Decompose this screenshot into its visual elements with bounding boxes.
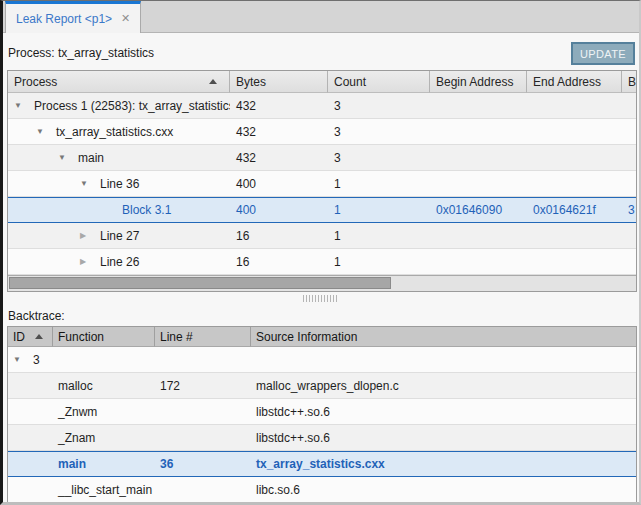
tree-label: Line 26 bbox=[100, 255, 139, 269]
table-row[interactable]: Process 1 (22583): tx_array_statistics 4… bbox=[8, 93, 636, 119]
expand-triangle-icon[interactable] bbox=[58, 153, 78, 162]
expand-triangle-icon[interactable] bbox=[36, 127, 56, 136]
expand-triangle-icon[interactable] bbox=[80, 179, 100, 188]
column-label: Begin Address bbox=[436, 75, 513, 89]
backtrace-row[interactable]: _Znam libstdc++.so.6 bbox=[8, 425, 636, 451]
extra-value: 3 bbox=[622, 198, 636, 222]
process-caption: Process: bbox=[8, 46, 55, 60]
column-label: Function bbox=[58, 330, 104, 344]
source-value: libstdc++.so.6 bbox=[251, 425, 636, 450]
tree-label: tx_array_statistics.cxx bbox=[56, 125, 173, 139]
column-header-line[interactable]: Line # bbox=[155, 327, 251, 347]
leak-table-header: Process Bytes Count Begin Address End Ad… bbox=[8, 71, 636, 93]
count-value: 1 bbox=[328, 249, 430, 274]
column-header-clipped[interactable]: B bbox=[622, 71, 636, 93]
sort-ascending-icon bbox=[35, 334, 43, 339]
extra-value bbox=[622, 93, 636, 118]
begin-address-value: 0x01646090 bbox=[430, 198, 527, 222]
count-value: 1 bbox=[328, 223, 430, 248]
table-row-selected[interactable]: Block 3.1 400 1 0x01646090 0x0164621f 3 bbox=[8, 197, 636, 223]
tree-label: Process 1 (22583): tx_array_statistics bbox=[34, 99, 230, 113]
splitter-grip-icon bbox=[303, 295, 339, 302]
tree-label: Block 3.1 bbox=[122, 203, 171, 217]
table-row[interactable]: main 432 3 bbox=[8, 145, 636, 171]
column-header-id[interactable]: ID bbox=[8, 327, 53, 347]
table-row[interactable]: Line 26 16 1 bbox=[8, 249, 636, 275]
backtrace-row-selected[interactable]: main 36 tx_array_statistics.cxx bbox=[8, 451, 636, 477]
line-value bbox=[155, 399, 251, 424]
bytes-value: 432 bbox=[230, 119, 328, 144]
function-value: __libc_start_main bbox=[53, 477, 155, 502]
source-value: tx_array_statistics.cxx bbox=[251, 452, 636, 476]
id-value: 3 bbox=[33, 353, 40, 367]
column-label: End Address bbox=[533, 75, 601, 89]
collapse-triangle-icon[interactable] bbox=[80, 231, 100, 240]
leak-report-window: Leak Report <p1> ✕ Process: tx_array_sta… bbox=[0, 0, 641, 505]
backtrace-header: ID Function Line # Source Information bbox=[8, 327, 636, 347]
bytes-value: 16 bbox=[230, 249, 328, 274]
sort-ascending-icon bbox=[209, 79, 217, 84]
end-address-value bbox=[527, 93, 622, 118]
column-header-begin-address[interactable]: Begin Address bbox=[430, 71, 527, 93]
backtrace-row[interactable]: 3 bbox=[8, 347, 636, 373]
bytes-value: 400 bbox=[230, 198, 328, 222]
tab-leak-report[interactable]: Leak Report <p1> ✕ bbox=[5, 1, 141, 33]
table-row[interactable]: Line 27 16 1 bbox=[8, 223, 636, 249]
column-label: ID bbox=[13, 330, 25, 344]
line-value bbox=[155, 425, 251, 450]
backtrace-row[interactable]: __libc_start_main libc.so.6 bbox=[8, 477, 636, 503]
collapse-triangle-icon[interactable] bbox=[80, 257, 100, 266]
expand-triangle-icon[interactable] bbox=[14, 101, 34, 110]
source-value: malloc_wrappers_dlopen.c bbox=[251, 373, 636, 398]
count-value: 3 bbox=[328, 93, 430, 118]
update-button[interactable]: UPDATE bbox=[571, 42, 635, 65]
column-header-function[interactable]: Function bbox=[53, 327, 155, 347]
bytes-value: 432 bbox=[230, 145, 328, 170]
bytes-value: 432 bbox=[230, 93, 328, 118]
pane-splitter[interactable] bbox=[3, 292, 639, 305]
begin-address-value bbox=[430, 93, 527, 118]
count-value: 1 bbox=[328, 171, 430, 196]
bytes-value: 400 bbox=[230, 171, 328, 196]
line-value: 36 bbox=[155, 452, 251, 476]
table-row[interactable]: Line 36 400 1 bbox=[8, 171, 636, 197]
column-header-bytes[interactable]: Bytes bbox=[230, 71, 328, 93]
column-header-process[interactable]: Process bbox=[8, 71, 230, 93]
count-value: 3 bbox=[328, 119, 430, 144]
expand-triangle-icon[interactable] bbox=[13, 355, 33, 364]
line-value: 172 bbox=[155, 373, 251, 398]
backtrace-row[interactable]: malloc 172 malloc_wrappers_dlopen.c bbox=[8, 373, 636, 399]
tree-label: main bbox=[78, 151, 104, 165]
source-value: libstdc++.so.6 bbox=[251, 399, 636, 424]
table-row[interactable]: tx_array_statistics.cxx 432 3 bbox=[8, 119, 636, 145]
line-value bbox=[155, 477, 251, 502]
function-value: _Znam bbox=[53, 425, 155, 450]
function-value: _Znwm bbox=[53, 399, 155, 424]
leak-table: Process Bytes Count Begin Address End Ad… bbox=[7, 70, 637, 292]
end-address-value: 0x0164621f bbox=[527, 198, 622, 222]
toolbar: Process: tx_array_statistics UPDATE bbox=[3, 33, 639, 70]
column-label: B bbox=[628, 75, 636, 89]
bytes-value: 16 bbox=[230, 223, 328, 248]
column-header-source[interactable]: Source Information bbox=[251, 327, 636, 347]
column-label: Bytes bbox=[236, 75, 266, 89]
column-header-count[interactable]: Count bbox=[328, 71, 430, 93]
tab-label: Leak Report <p1> bbox=[16, 12, 112, 26]
backtrace-row[interactable]: _Znwm libstdc++.so.6 bbox=[8, 399, 636, 425]
backtrace-label: Backtrace: bbox=[3, 305, 639, 326]
horizontal-scrollbar[interactable] bbox=[8, 275, 636, 291]
column-label: Source Information bbox=[256, 330, 357, 344]
column-label: Line # bbox=[160, 330, 193, 344]
backtrace-table: ID Function Line # Source Information 3 … bbox=[7, 326, 637, 504]
count-value: 1 bbox=[328, 198, 430, 222]
column-label: Count bbox=[334, 75, 366, 89]
source-value: libc.so.6 bbox=[251, 477, 636, 502]
process-name: tx_array_statistics bbox=[58, 46, 154, 60]
count-value: 3 bbox=[328, 145, 430, 170]
scrollbar-thumb[interactable] bbox=[9, 277, 391, 289]
function-value: malloc bbox=[53, 373, 155, 398]
tree-label: Line 36 bbox=[100, 177, 139, 191]
column-header-end-address[interactable]: End Address bbox=[527, 71, 622, 93]
close-icon[interactable]: ✕ bbox=[121, 13, 130, 24]
tree-label: Line 27 bbox=[100, 229, 139, 243]
